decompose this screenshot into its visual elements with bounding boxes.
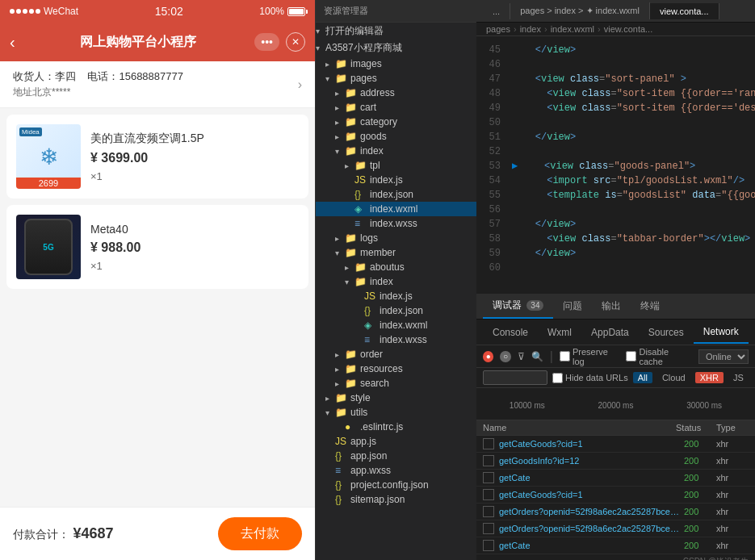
network-row-3[interactable]: getCateGoods?cid=1 200 xhr <box>476 487 755 504</box>
tree-item-member-index[interactable]: ▾ 📁 index <box>316 274 476 289</box>
search-icon[interactable]: 🔍 <box>531 351 543 362</box>
code-line-60 <box>512 261 755 275</box>
tab-debugger[interactable]: 调试器 34 <box>483 294 553 319</box>
tree-label: index.wxml <box>370 203 476 215</box>
tree-label: order <box>360 349 476 360</box>
tab-terminal[interactable]: 终端 <box>631 295 669 318</box>
tab-appdata[interactable]: AppData <box>581 322 639 343</box>
filter-cloud-button[interactable]: Cloud <box>657 372 690 383</box>
tree-item-index-wxss[interactable]: ▸ ≡ index.wxss <box>316 216 476 231</box>
col-header-name: Name <box>483 423 676 433</box>
tree-item-index-folder[interactable]: ▾ 📁 index <box>316 144 476 158</box>
tree-item-member[interactable]: ▾ 📁 member <box>316 245 476 260</box>
tree-item-tpl[interactable]: ▸ 📁 tpl <box>316 158 476 173</box>
tree-item-index-js[interactable]: ▸ JS index.js <box>316 173 476 187</box>
tab-output[interactable]: 输出 <box>592 295 631 318</box>
wxml-file-icon: ◈ <box>354 203 367 215</box>
tree-item-sitemap-json[interactable]: ▸ {} sitemap.json <box>316 492 476 507</box>
tree-item-m-index-js[interactable]: ▸ JS index.js <box>316 289 476 303</box>
row-checkbox[interactable] <box>483 540 494 551</box>
ac-icon: ❄ <box>40 144 58 170</box>
folder-icon: 📁 <box>335 58 348 69</box>
filter-xhr-button[interactable]: XHR <box>695 372 724 383</box>
network-row-4[interactable]: getOrders?openid=52f98a6ec2ac25287bce413… <box>476 504 755 520</box>
disable-cache-input[interactable] <box>626 351 636 361</box>
tree-item-images[interactable]: ▸ 📁 images <box>316 56 476 71</box>
signal-dot-1 <box>10 9 15 14</box>
row-checkbox[interactable] <box>483 438 494 449</box>
network-row-2[interactable]: getCate 200 xhr <box>476 470 755 487</box>
tree-item-cart[interactable]: ▸ 📁 cart <box>316 100 476 115</box>
row-checkbox[interactable] <box>483 472 494 483</box>
tree-item-eslint[interactable]: ▸ ● .eslintrc.js <box>316 420 476 434</box>
tree-item-index-wxml[interactable]: ▸ ◈ index.wxml <box>316 202 476 216</box>
row-checkbox[interactable] <box>483 489 494 500</box>
tree-item-aboutus[interactable]: ▸ 📁 aboutus <box>316 260 476 274</box>
tab-memo[interactable]: Memo <box>749 322 755 343</box>
hide-data-urls-checkbox[interactable]: Hide data URLs <box>552 373 628 383</box>
preserve-log-checkbox[interactable]: Preserve log <box>560 347 620 366</box>
tree-item-app-json[interactable]: ▸ {} app.json <box>316 449 476 463</box>
network-select[interactable]: Online <box>698 349 749 364</box>
tree-item-m-index-json[interactable]: ▸ {} index.json <box>316 303 476 318</box>
tree-item-logs[interactable]: ▸ 📁 logs <box>316 231 476 245</box>
tree-item-index-json[interactable]: ▸ {} index.json <box>316 187 476 202</box>
tree-item-pages[interactable]: ▾ 📁 pages <box>316 71 476 86</box>
tree-item-utils[interactable]: ▾ 📁 utils <box>316 405 476 420</box>
tree-item-project-json[interactable]: ▸ {} project.config.json <box>316 478 476 492</box>
address-bar[interactable]: 收货人：李四 电话：15688887777 地址北京***** › <box>0 61 315 108</box>
tree-item-category[interactable]: ▸ 📁 category <box>316 115 476 129</box>
arrow-icon: ▸ <box>325 60 335 69</box>
tree-item-style[interactable]: ▸ 📁 style <box>316 391 476 405</box>
row-name-0: getCateGoods?cid=1 <box>499 439 684 449</box>
tree-item-resources[interactable]: ▸ 📁 resources <box>316 361 476 376</box>
breadcrumb-pages: pages <box>486 24 510 34</box>
tab-wxml[interactable]: Wxml <box>538 322 581 343</box>
record-button[interactable]: ● <box>483 351 493 362</box>
disable-cache-checkbox[interactable]: Disable cache <box>626 347 692 366</box>
network-table-header: Name Status Type <box>476 420 755 436</box>
tree-label: app.js <box>350 436 476 447</box>
more-button[interactable]: ••• <box>254 33 279 51</box>
row-checkbox[interactable] <box>483 455 494 466</box>
tab-sources[interactable]: Sources <box>639 322 694 343</box>
filter-js-button[interactable]: JS <box>728 372 749 383</box>
network-row-5[interactable]: getOrders?openid=52f98a6ec2ac25287bce413… <box>476 520 755 537</box>
filter-icon[interactable]: ⊽ <box>518 351 525 362</box>
row-checkbox[interactable] <box>483 506 494 517</box>
network-row-6[interactable]: getCate 200 xhr <box>476 537 755 554</box>
editor-tabs: ... pages > index > ✦ index.wxml view.co… <box>476 0 755 23</box>
tab-view-conta[interactable]: view.conta... <box>650 3 719 19</box>
tree-item-address[interactable]: ▸ 📁 address <box>316 86 476 100</box>
tree-item-search[interactable]: ▸ 📁 search <box>316 376 476 391</box>
tab-network[interactable]: Network <box>694 321 749 344</box>
preserve-log-input[interactable] <box>560 351 570 361</box>
tree-item-order[interactable]: ▸ 📁 order <box>316 347 476 361</box>
tree-item-m-index-wxml[interactable]: ▸ ◈ index.wxml <box>316 318 476 332</box>
back-button[interactable]: ‹ <box>10 33 15 52</box>
clear-button[interactable]: ○ <box>500 351 510 362</box>
tree-label: resources <box>360 363 476 374</box>
checkout-button[interactable]: 去付款 <box>218 517 302 550</box>
tab-ellipsis[interactable]: ... <box>483 3 510 19</box>
tree-label: cart <box>360 102 476 113</box>
close-button[interactable]: ✕ <box>286 32 305 52</box>
tree-section-project[interactable]: ▾ A3587小程序商城 <box>316 40 476 56</box>
tab-pages-index[interactable]: pages > index > ✦ index.wxml <box>510 2 650 19</box>
code-line-56 <box>512 203 755 217</box>
tree-item-goods[interactable]: ▸ 📁 goods <box>316 129 476 144</box>
tree-item-m-index-wxss[interactable]: ▸ ≡ index.wxss <box>316 332 476 347</box>
address-arrow-icon[interactable]: › <box>298 77 302 92</box>
hide-data-urls-input[interactable] <box>552 373 563 383</box>
network-row-1[interactable]: getGoodsInfo?id=12 200 xhr <box>476 453 755 470</box>
json-file-icon: {} <box>335 450 348 462</box>
network-row-0[interactable]: getCateGoods?cid=1 200 xhr <box>476 436 755 453</box>
tab-issues[interactable]: 问题 <box>553 295 592 318</box>
filter-input[interactable] <box>483 370 547 385</box>
tree-section-editor[interactable]: ▾ 打开的编辑器 <box>316 23 476 40</box>
filter-all-button[interactable]: All <box>633 372 652 383</box>
tree-item-app-wxss[interactable]: ▸ ≡ app.wxss <box>316 463 476 478</box>
tree-item-app-js[interactable]: ▸ JS app.js <box>316 434 476 449</box>
tab-console[interactable]: Console <box>483 322 538 343</box>
row-checkbox[interactable] <box>483 523 494 534</box>
